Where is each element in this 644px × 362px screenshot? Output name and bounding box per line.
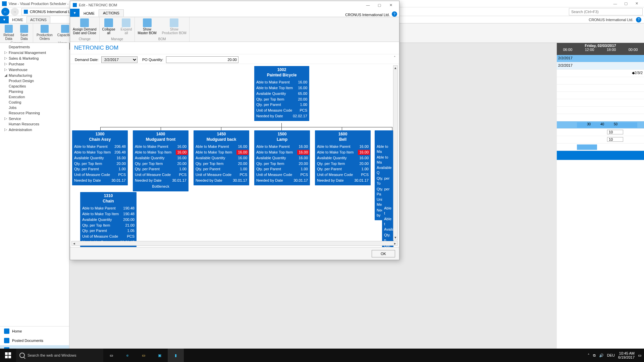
reload-data-button[interactable]: ReloadData xyxy=(2,24,15,41)
taskbar-nav-app[interactable]: ▮ xyxy=(168,349,184,362)
connector xyxy=(161,127,161,130)
bom-node-partial-bottom[interactable]: Able t Able t Availa Qty. p Qty. p Unit … xyxy=(382,192,393,247)
dialog-brand: CRONUS International Ltd. xyxy=(345,13,392,17)
svg-rect-1 xyxy=(8,352,11,355)
timeline-date: Friday, 02/03/2017 xyxy=(557,43,644,48)
dialog-titlebar: Edit - NETRONIC BOM — ▢ ✕ xyxy=(70,1,399,9)
dialog-icon xyxy=(73,3,77,7)
dialog-footer: OK xyxy=(70,247,399,260)
dialog-help-button[interactable]: ? xyxy=(392,11,397,17)
dialog-tab-actions[interactable]: ACTIONS xyxy=(99,9,124,17)
main-search-input[interactable] xyxy=(569,8,643,15)
bom-node-1400[interactable]: 1400Mudguard frontAble to Make Parent16.… xyxy=(133,130,189,191)
timeline-header: Friday, 02/03/2017 06:00 12:00 18:00 00:… xyxy=(557,43,644,55)
bom-node-1002[interactable]: 1002 Painted Bicycle Able to Make Parent… xyxy=(254,66,309,121)
show-master-bom-button[interactable]: ShowMaster BOM xyxy=(135,17,159,36)
dept-sales[interactable]: ▷Sales & Marketing xyxy=(0,55,69,61)
dialog-maximize-button[interactable]: ▢ xyxy=(374,1,385,9)
ribbon-app-menu[interactable]: ▾ xyxy=(0,16,9,23)
dialog-close-button[interactable]: ✕ xyxy=(385,1,396,9)
nav-back-button[interactable]: ← xyxy=(1,8,9,16)
dept-admin[interactable]: ▷Administration xyxy=(0,127,69,132)
app-icon xyxy=(2,1,7,6)
nav-forward-button[interactable]: → xyxy=(11,8,19,16)
dialog-minimize-button[interactable]: — xyxy=(362,1,374,9)
dialog-app-menu[interactable]: ▾ xyxy=(70,9,79,17)
start-button[interactable] xyxy=(0,349,16,362)
main-maximize-button[interactable]: ▢ xyxy=(621,1,631,7)
connector xyxy=(342,127,342,130)
timeline-input[interactable]: 10 xyxy=(607,137,623,142)
ribbon-group-bom: BOM xyxy=(135,37,189,41)
dept-resource-planning[interactable]: Resource Planning xyxy=(0,110,69,116)
tab-actions[interactable]: ACTIONS xyxy=(26,16,50,23)
svg-rect-3 xyxy=(8,356,11,358)
tray-notifications-icon[interactable]: ▭ xyxy=(638,353,641,358)
ribbon-group-manage: Manage xyxy=(100,37,135,41)
node-code: 1002 xyxy=(254,66,309,72)
departments-pane: Departments ▷Financial Management ▷Sales… xyxy=(0,43,69,355)
ok-button[interactable]: OK xyxy=(372,250,395,257)
dept-product-design[interactable]: Product Design xyxy=(0,78,69,83)
timeline-body: 2/2/2017 2/2/2017 ◆2/3/2 30 40 50 10 10 xyxy=(557,55,644,355)
bom-vertical-scrollbar[interactable]: ▴▾ xyxy=(393,65,398,240)
taskbar-edge[interactable]: e xyxy=(119,349,136,362)
dept-service[interactable]: ▷Service xyxy=(0,116,69,121)
collapse-filter-icon[interactable]: ˄ xyxy=(394,56,396,60)
demand-date-label: Demand Date: xyxy=(75,58,99,62)
dept-manufacturing[interactable]: ◢Manufacturing xyxy=(0,72,69,78)
dialog-tab-home[interactable]: HOME xyxy=(79,10,99,17)
nav-home[interactable]: Home xyxy=(0,326,69,336)
main-close-button[interactable]: ✕ xyxy=(631,1,642,7)
dept-capacities[interactable]: Capacities xyxy=(0,83,69,89)
assign-demand-button[interactable]: Assign DemandDate and Close xyxy=(70,17,99,36)
timeline-input[interactable]: 10 xyxy=(607,130,623,134)
dept-jobs[interactable]: Jobs xyxy=(0,105,69,110)
po-quantity-input[interactable] xyxy=(166,56,238,63)
tray-network-icon[interactable]: ⧉ xyxy=(593,353,596,358)
main-help-button[interactable]: ? xyxy=(636,17,641,22)
timeline-marker: ◆2/3/2 xyxy=(632,71,643,75)
show-production-bom-button: ShowProduction BOM xyxy=(159,17,189,36)
tray-chevron-icon[interactable]: ˄ xyxy=(588,353,590,358)
task-view-button[interactable]: ▭ xyxy=(103,349,119,362)
tray-language[interactable]: DEU xyxy=(607,353,615,357)
system-tray[interactable]: ˄ ⧉ 🔊 DEU 10:45 AM6/19/2017 ▭ xyxy=(585,351,644,359)
connector xyxy=(221,127,221,130)
bom-canvas[interactable]: 1002 Painted Bicycle Able to Make Parent… xyxy=(70,64,399,247)
timeline-row[interactable]: 30 40 50 xyxy=(557,121,644,129)
dept-purchase[interactable]: ▷Purchase xyxy=(0,61,69,67)
main-minimize-button[interactable]: — xyxy=(610,1,621,7)
timeline-hour: 18:00 xyxy=(607,48,616,52)
tab-home[interactable]: HOME xyxy=(9,17,26,23)
po-quantity-label: PO Quantity: xyxy=(142,58,163,62)
collapse-all-button[interactable]: Collapseall xyxy=(100,17,118,36)
taskbar-clock[interactable]: 10:45 AM6/19/2017 xyxy=(618,351,635,359)
bom-node-1300[interactable]: 1300Chain AssyAble to Make Parent206.48A… xyxy=(72,130,128,185)
dept-hr[interactable]: Human Resources xyxy=(0,121,69,127)
dialog-ribbon: Assign DemandDate and Close Change Colla… xyxy=(70,17,399,42)
dept-root[interactable]: Departments xyxy=(0,44,69,50)
taskbar-search[interactable]: Search the web and Windows xyxy=(16,349,103,362)
demand-date-select[interactable]: 2/2/2017 xyxy=(101,56,138,63)
bom-node-1310[interactable]: 1310 Chain Able to Make Parent190.48 Abl… xyxy=(80,192,137,247)
departments-tree: Departments ▷Financial Management ▷Sales… xyxy=(0,43,69,134)
address-icon xyxy=(24,10,28,14)
save-data-button[interactable]: SaveData xyxy=(17,24,31,41)
tray-volume-icon[interactable]: 🔊 xyxy=(599,353,604,358)
bom-node-1450[interactable]: 1450Mudguard backAble to Make Parent16.0… xyxy=(194,130,249,185)
taskbar-store[interactable]: ▣ xyxy=(152,349,168,362)
page-title: NETRONIC BOM xyxy=(70,42,399,54)
dept-planning[interactable]: Planning xyxy=(0,89,69,94)
dialog-ribbon-tabs: ▾ HOME ACTIONS CRONUS International Ltd.… xyxy=(70,9,399,17)
bom-horizontal-scrollbar[interactable]: ◂▸ xyxy=(71,241,398,246)
dept-financial[interactable]: ▷Financial Management xyxy=(0,50,69,55)
bom-node-1500[interactable]: 1500LampAble to Make Parent16.00Able to … xyxy=(254,130,310,185)
dept-execution[interactable]: Execution xyxy=(0,94,69,100)
production-orders-button[interactable]: ProductionOrders xyxy=(35,24,54,41)
bom-node-1600[interactable]: 1600BellAble to Make Parent16.00Able to … xyxy=(315,130,371,185)
nav-posted-documents[interactable]: Posted Documents xyxy=(0,336,69,345)
dept-costing[interactable]: Costing xyxy=(0,100,69,105)
dept-warehouse[interactable]: ▷Warehouse xyxy=(0,67,69,72)
taskbar-explorer[interactable]: ▭ xyxy=(136,349,152,362)
